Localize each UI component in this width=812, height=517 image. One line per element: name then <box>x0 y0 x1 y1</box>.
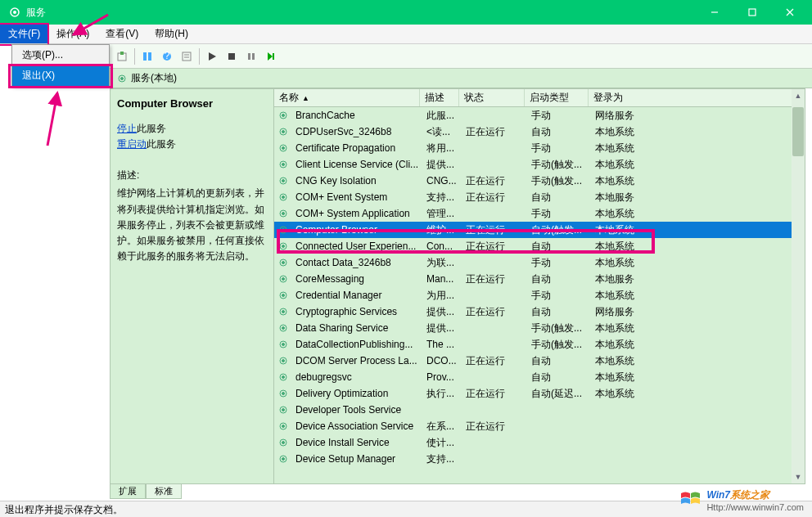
col-start[interactable]: 启动类型 <box>525 89 589 106</box>
menu-view[interactable]: 查看(V) <box>97 25 147 43</box>
menu-help[interactable]: 帮助(H) <box>147 25 196 43</box>
stop-suffix: 此服务 <box>137 123 166 134</box>
window-title: 服务 <box>26 6 46 20</box>
service-row[interactable]: Computer Browser维护...正在运行自动(触发...本地系统 <box>274 222 805 238</box>
menu-action[interactable]: 操作(A) <box>48 25 97 43</box>
service-row[interactable]: DCOM Server Process La...DCO...正在运行自动本地系… <box>274 353 805 369</box>
service-desc: 为用... <box>423 289 462 303</box>
svg-rect-19 <box>273 53 274 60</box>
service-row[interactable]: Device Install Service使计... <box>274 434 805 451</box>
service-logon: 本地系统 <box>592 338 805 352</box>
restart-link[interactable]: 重启动 <box>117 138 147 150</box>
gear-icon <box>116 73 128 84</box>
service-status: 正在运行 <box>462 125 528 139</box>
service-start: 自动 <box>528 240 592 254</box>
service-desc: 此服... <box>423 109 462 123</box>
service-row[interactable]: Contact Data_3246b8为联...手动本地系统 <box>274 254 805 271</box>
desc-label: 描述: <box>117 169 267 182</box>
scroll-up-icon[interactable]: ▲ <box>792 89 805 102</box>
stop-link[interactable]: 停止 <box>117 123 137 134</box>
svg-rect-17 <box>252 53 255 60</box>
service-name: Computer Browser <box>292 224 423 236</box>
svg-point-63 <box>282 409 285 411</box>
service-desc: 将用... <box>423 142 462 155</box>
col-status[interactable]: 状态 <box>459 89 525 106</box>
status-text: 退出程序并提示保存文档。 <box>5 504 123 515</box>
col-name[interactable]: 名称▲ <box>274 89 420 106</box>
service-row[interactable]: Client License Service (Cli...提供...手动(触发… <box>274 156 805 173</box>
scrollbar[interactable]: ▲ ▼ <box>792 89 805 483</box>
service-desc: 管理... <box>423 207 462 221</box>
service-start: 自动 <box>528 371 592 384</box>
toolbar-refresh-icon[interactable] <box>138 47 156 65</box>
toolbar-help-icon[interactable]: ? <box>158 47 176 65</box>
service-logon: 本地系统 <box>592 142 805 155</box>
service-row[interactable]: Credential Manager为用...手动本地系统 <box>274 287 805 303</box>
service-row[interactable]: CDPUserSvc_3246b8<读...正在运行自动本地系统 <box>274 124 805 140</box>
service-logon: 本地服务 <box>592 272 805 286</box>
service-start: 手动 <box>528 289 592 303</box>
file-dropdown: 选项(P)... 退出(X) <box>11 44 110 87</box>
toolbar-stop-icon[interactable] <box>223 47 241 65</box>
svg-point-47 <box>282 278 285 281</box>
menu-file[interactable]: 文件(F) <box>0 25 48 43</box>
col-logon[interactable]: 登录为 <box>589 89 805 106</box>
service-logon: 本地系统 <box>592 240 805 254</box>
svg-rect-7 <box>143 52 147 61</box>
service-row[interactable]: Data Sharing Service提供...手动(触发...本地系统 <box>274 320 805 336</box>
tab-extended[interactable]: 扩展 <box>110 484 146 499</box>
svg-point-49 <box>282 294 285 297</box>
menu-exit[interactable]: 退出(X) <box>12 65 109 86</box>
service-name: Contact Data_3246b8 <box>292 257 423 268</box>
svg-rect-16 <box>248 53 250 60</box>
col-desc[interactable]: 描述 <box>420 89 459 106</box>
close-button[interactable] <box>771 0 809 25</box>
menu-bar: 文件(F) 操作(A) 查看(V) 帮助(H) <box>0 25 812 44</box>
service-row[interactable]: Certificate Propagation将用...手动本地系统 <box>274 140 805 156</box>
service-row[interactable]: debugregsvcProv...自动本地系统 <box>274 369 805 385</box>
toolbar-properties-icon[interactable] <box>178 47 196 65</box>
list-body[interactable]: BranchCache此服...手动网络服务CDPUserSvc_3246b8<… <box>274 107 805 483</box>
service-row[interactable]: BranchCache此服...手动网络服务 <box>274 107 805 124</box>
svg-point-37 <box>282 196 285 199</box>
service-row[interactable]: Delivery Optimization执行...正在运行自动(延迟...本地… <box>274 385 805 402</box>
toolbar-play-icon[interactable] <box>203 47 221 65</box>
service-row[interactable]: Cryptographic Services提供...正在运行自动网络服务 <box>274 303 805 320</box>
tab-standard[interactable]: 标准 <box>146 484 182 499</box>
service-desc: 提供... <box>423 158 462 172</box>
toolbar-pause-icon[interactable] <box>242 47 260 65</box>
toolbar-restart-icon[interactable] <box>262 47 280 65</box>
service-status: 正在运行 <box>462 240 528 254</box>
minimize-button[interactable] <box>696 0 733 25</box>
service-name: COM+ System Application <box>292 208 423 219</box>
toolbar: ? <box>110 44 812 69</box>
nav-label[interactable]: 服务(本地) <box>131 71 177 85</box>
service-name: Device Association Service <box>292 420 423 432</box>
service-desc: 支持... <box>423 452 462 466</box>
service-row[interactable]: Connected User Experien...Con...正在运行自动本地… <box>274 238 805 254</box>
scroll-down-icon[interactable]: ▼ <box>792 470 805 483</box>
service-row[interactable]: Developer Tools Service <box>274 402 805 418</box>
service-desc: 为联... <box>423 256 462 270</box>
service-start: 自动(触发... <box>528 223 592 237</box>
toolbar-export-icon[interactable] <box>113 47 131 65</box>
service-start: 自动 <box>528 305 592 319</box>
service-row[interactable]: CoreMessagingMan...正在运行自动本地服务 <box>274 271 805 287</box>
sort-asc-icon: ▲ <box>302 94 309 102</box>
scroll-thumb[interactable] <box>792 107 804 156</box>
service-desc: 使计... <box>423 436 462 450</box>
service-logon: 本地系统 <box>592 223 805 237</box>
service-row[interactable]: Device Setup Manager支持... <box>274 451 805 467</box>
service-row[interactable]: Device Association Service在系...正在运行 <box>274 418 805 434</box>
svg-rect-8 <box>148 52 151 61</box>
service-start: 自动(延迟... <box>528 387 592 401</box>
svg-point-29 <box>282 131 285 133</box>
service-row[interactable]: COM+ Event System支持...正在运行自动本地服务 <box>274 189 805 205</box>
menu-options[interactable]: 选项(P)... <box>12 45 109 65</box>
service-name: BranchCache <box>292 110 423 121</box>
service-row[interactable]: CNG Key IsolationCNG...正在运行手动(触发...本地系统 <box>274 173 805 189</box>
maximize-button[interactable] <box>733 0 771 25</box>
service-row[interactable]: COM+ System Application管理...手动本地系统 <box>274 205 805 222</box>
service-row[interactable]: DataCollectionPublishing...The ...手动(触发.… <box>274 336 805 353</box>
service-name: Cryptographic Services <box>292 306 423 317</box>
